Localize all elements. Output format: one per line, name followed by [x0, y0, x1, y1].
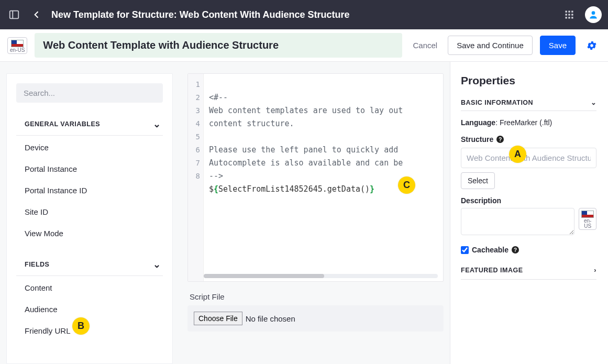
var-site-id[interactable]: Site ID: [16, 202, 163, 222]
var-portal-instance-id[interactable]: Portal Instance ID: [16, 181, 163, 200]
svg-rect-0: [10, 11, 19, 19]
subbar: en-US Web Content Template with Audience…: [0, 29, 608, 62]
svg-rect-7: [571, 14, 573, 15]
section-fields[interactable]: FIELDS ⌄: [16, 253, 163, 276]
svg-rect-10: [571, 17, 573, 18]
svg-rect-9: [568, 17, 570, 18]
language-row: Language: FreeMarker (.ftl): [461, 118, 596, 127]
cacheable-checkbox[interactable]: [461, 246, 469, 254]
no-file-text: No file chosen: [246, 314, 295, 323]
language-badge[interactable]: en-US: [7, 37, 27, 54]
user-avatar[interactable]: [585, 6, 602, 23]
help-icon[interactable]: ?: [512, 246, 519, 253]
section-basic-information[interactable]: BASIC INFORMATION ⌄: [461, 98, 596, 111]
svg-point-11: [592, 11, 595, 15]
line-gutter: 12345678: [188, 74, 204, 281]
save-button[interactable]: Save: [540, 36, 576, 55]
chevron-down-icon: ⌄: [153, 118, 161, 130]
svg-rect-2: [566, 11, 567, 13]
section-featured-image[interactable]: FEATURED IMAGE ›: [461, 267, 596, 280]
cacheable-row[interactable]: Cacheable ?: [461, 246, 596, 254]
chevron-down-icon: ⌄: [591, 98, 597, 106]
annotation-b: B: [72, 317, 90, 335]
settings-button[interactable]: [583, 37, 601, 54]
svg-rect-5: [566, 14, 567, 15]
topbar: New Template for Structure: Web Content …: [0, 0, 608, 29]
svg-rect-6: [568, 14, 570, 15]
field-friendly-url[interactable]: Friendly URL: [16, 321, 163, 340]
choose-file-button[interactable]: Choose File: [194, 312, 242, 325]
editor-horizontal-scrollbar[interactable]: [204, 274, 438, 278]
field-content[interactable]: Content: [16, 278, 163, 297]
workarea: Search... GENERAL VARIABLES ⌄ Device Por…: [0, 62, 450, 364]
section-label: BASIC INFORMATION: [461, 99, 533, 106]
properties-panel: Properties BASIC INFORMATION ⌄ Language:…: [450, 62, 608, 364]
var-portal-instance[interactable]: Portal Instance: [16, 159, 163, 179]
svg-rect-3: [568, 11, 570, 13]
structure-label-row: Structure ?: [461, 135, 596, 144]
var-device[interactable]: Device: [16, 138, 163, 157]
annotation-a: A: [509, 146, 526, 163]
svg-rect-8: [566, 17, 567, 18]
section-label: FEATURED IMAGE: [461, 267, 523, 274]
page-title: New Template for Structure: Web Content …: [51, 9, 350, 20]
language-code: en-US: [10, 47, 25, 53]
save-continue-button[interactable]: Save and Continue: [448, 36, 533, 55]
section-label: FIELDS: [25, 261, 49, 268]
properties-title: Properties: [461, 74, 596, 87]
section-label: GENERAL VARIABLES: [25, 120, 100, 128]
field-audience[interactable]: Audience: [16, 300, 163, 319]
flag-icon: [581, 211, 594, 218]
chevron-right-icon: ›: [594, 267, 596, 274]
help-icon[interactable]: ?: [496, 136, 504, 143]
description-language-badge[interactable]: en-US: [579, 208, 596, 230]
annotation-c: C: [398, 177, 415, 194]
select-structure-button[interactable]: Select: [461, 172, 495, 189]
app-grid-icon[interactable]: [562, 7, 577, 22]
main: Search... GENERAL VARIABLES ⌄ Device Por…: [0, 62, 608, 364]
variables-panel: Search... GENERAL VARIABLES ⌄ Device Por…: [6, 73, 173, 364]
description-label: Description: [461, 196, 596, 205]
cancel-button[interactable]: Cancel: [410, 37, 440, 54]
var-view-mode[interactable]: View Mode: [16, 224, 163, 243]
svg-rect-4: [571, 11, 573, 13]
structure-input[interactable]: [461, 148, 596, 168]
search-input[interactable]: Search...: [16, 83, 163, 103]
flag-icon: [11, 40, 24, 47]
template-title[interactable]: Web Content Template with Audience Struc…: [35, 33, 402, 58]
topbar-left: New Template for Structure: Web Content …: [6, 7, 350, 23]
editor-area: 12345678 <#-- Web content templates are …: [187, 73, 444, 364]
section-general-variables[interactable]: GENERAL VARIABLES ⌄: [16, 113, 163, 136]
panel-toggle-button[interactable]: [6, 7, 22, 23]
script-file-chooser: Choose File No file chosen: [187, 305, 444, 332]
description-textarea[interactable]: [461, 208, 574, 235]
chevron-down-icon: ⌄: [153, 259, 161, 270]
script-file-label: Script File: [187, 292, 444, 301]
back-button[interactable]: [29, 7, 44, 22]
